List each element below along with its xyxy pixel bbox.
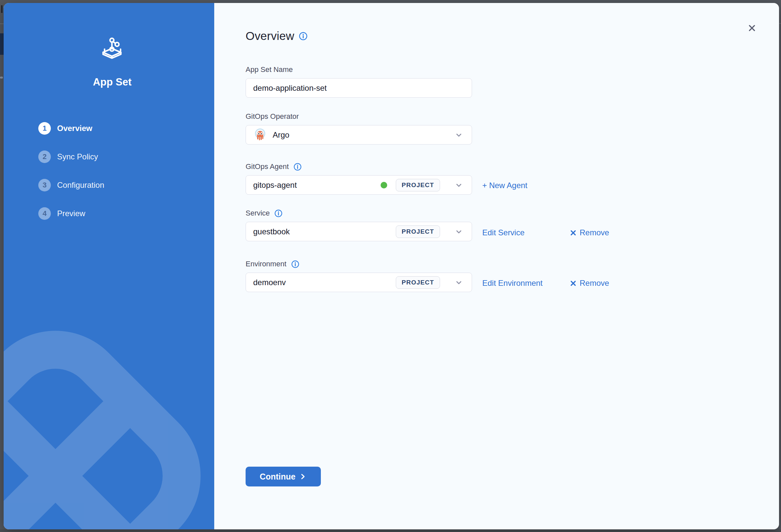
argo-icon [253, 128, 267, 142]
gitops-operator-value: Argo [273, 130, 440, 139]
edit-service-link[interactable]: Edit Service [482, 228, 570, 237]
service-value: guestbook [253, 227, 396, 236]
scope-badge: PROJECT [396, 179, 440, 192]
continue-button[interactable]: Continue [246, 467, 321, 486]
step-label: Configuration [57, 180, 104, 190]
environment-label: Environment [246, 260, 287, 268]
close-icon [747, 23, 757, 33]
chevron-down-icon[interactable] [455, 278, 463, 287]
service-label: Service [246, 209, 270, 217]
backdrop-bottom-bar [0, 529, 781, 532]
gitops-agent-select[interactable]: gitops-agent PROJECT [246, 175, 472, 195]
app-set-icon [102, 37, 123, 60]
chevron-down-icon[interactable] [455, 228, 463, 236]
backdrop-divider [0, 24, 4, 24]
app-set-name-input[interactable] [246, 78, 472, 98]
gitops-agent-label: GitOps Agent [246, 162, 289, 171]
field-gitops-operator: GitOps Operator [246, 112, 761, 145]
agent-health-dot [381, 182, 387, 189]
close-button[interactable] [744, 20, 760, 36]
new-agent-link[interactable]: + New Agent [482, 181, 528, 190]
gitops-agent-info-icon[interactable] [293, 163, 302, 171]
step-label: Sync Policy [57, 152, 98, 161]
page-title: Overview [246, 29, 294, 43]
step-number: 1 [38, 122, 51, 135]
remove-environment-label: Remove [580, 279, 609, 288]
gitops-operator-label: GitOps Operator [246, 112, 299, 121]
step-label: Preview [57, 209, 85, 218]
backdrop-nav-item [0, 33, 4, 55]
environment-select[interactable]: demoenv PROJECT [246, 273, 472, 292]
service-info-icon[interactable] [274, 209, 283, 217]
backdrop-divider [779, 23, 781, 24]
step-number: 4 [38, 207, 51, 220]
chevron-right-icon [299, 473, 307, 480]
wizard-steps: 1 Overview 2 Sync Policy 3 Configuration… [38, 122, 104, 236]
remove-service-link[interactable]: Remove [570, 228, 609, 237]
remove-service-label: Remove [580, 228, 609, 237]
app-set-wizard-modal: App Set 1 Overview 2 Sync Policy 3 Confi… [4, 3, 779, 529]
environment-info-icon[interactable] [291, 260, 299, 268]
step-label: Overview [57, 124, 92, 133]
edit-environment-link[interactable]: Edit Environment [482, 279, 570, 288]
gitops-operator-select[interactable]: Argo [246, 125, 472, 145]
remove-x-icon [570, 229, 577, 236]
backdrop-nav-dash [0, 77, 3, 79]
scope-badge: PROJECT [396, 226, 440, 238]
step-number: 3 [38, 179, 51, 192]
step-sync-policy[interactable]: 2 Sync Policy [38, 151, 104, 163]
step-number: 2 [38, 151, 51, 163]
remove-environment-link[interactable]: Remove [570, 279, 609, 288]
environment-value: demoenv [253, 278, 396, 287]
field-app-set-name: App Set Name [246, 65, 761, 98]
overview-info-icon[interactable] [299, 32, 307, 41]
step-overview[interactable]: 1 Overview [38, 122, 104, 135]
app-set-name-label: App Set Name [246, 65, 293, 74]
wizard-title: App Set [93, 76, 131, 88]
chevron-down-icon[interactable] [455, 131, 463, 139]
step-preview[interactable]: 4 Preview [38, 207, 104, 220]
gitops-agent-value: gitops-agent [253, 180, 381, 190]
step-configuration[interactable]: 3 Configuration [38, 179, 104, 192]
remove-x-icon [570, 280, 577, 287]
scope-badge: PROJECT [396, 276, 440, 289]
service-select[interactable]: guestbook PROJECT [246, 222, 472, 241]
harness-watermark-icon [4, 294, 214, 529]
chevron-down-icon[interactable] [455, 181, 463, 190]
continue-label: Continue [260, 472, 295, 482]
overview-step-panel: Overview App Set Name GitOps Operator [214, 3, 779, 529]
wizard-sidebar: App Set 1 Overview 2 Sync Policy 3 Confi… [4, 3, 214, 529]
